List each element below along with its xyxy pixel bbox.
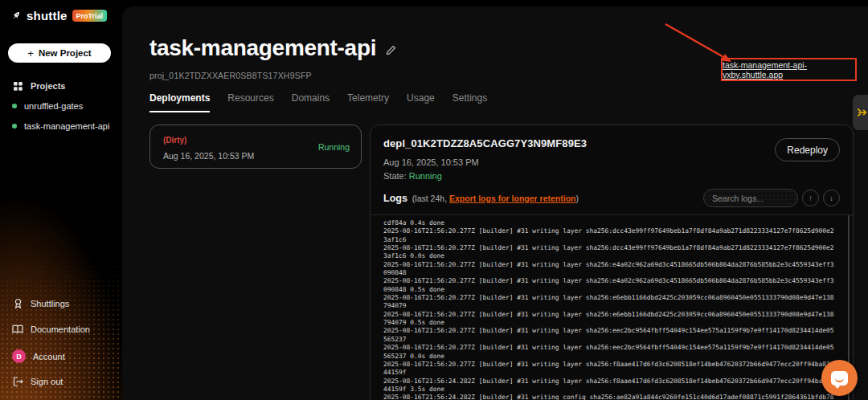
deployment-state: Running [318,142,350,152]
chat-icon [831,371,848,386]
sidebar-project-unruffled-gates[interactable]: unruffled-gates [12,101,83,111]
log-output[interactable]: cdf84a 0.4s done 2025-08-16T21:56:20.277… [371,215,836,400]
logs-header-row: Logs (last 24h, Export logs for longer r… [383,189,840,207]
log-line: 2025-08-16T21:56:20.277Z [builder] #31 w… [383,244,836,261]
log-line: 2025-08-16T21:56:20.277Z [builder] #31 w… [383,327,836,344]
search-logs-input[interactable] [703,189,798,207]
sidebar-item-documentation[interactable]: Documentation [12,324,90,334]
log-line: cdf84a 0.4s done [383,219,836,227]
logs-label: Logs [383,193,407,204]
app-url-link[interactable]: task-management-api-vxby.shuttle.app [723,60,855,80]
state-label: State: [383,171,407,181]
log-line: 2025-08-16T21:56:24.282Z [builder] #31 w… [383,394,836,400]
chat-launcher-button[interactable] [821,360,858,396]
logs-note-suffix: ) [575,194,579,203]
account-avatar: D [12,349,26,363]
log-line: 2025-08-16T21:56:20.277Z [builder] #31 w… [383,311,836,328]
plus-icon: + [27,47,34,59]
log-line: 2025-08-16T21:56:20.277Z [builder] #31 w… [383,261,836,278]
scroll-bottom-button[interactable]: ↓ [823,190,840,206]
log-line: 2025-08-16T21:56:20.277Z [builder] #31 w… [383,344,836,361]
deployment-date: Aug 16, 2025, 10:53 PM [163,151,254,161]
app-url-annotation-box: task-management-api-vxby.shuttle.app [721,58,857,81]
deployment-list-item[interactable]: (Dirty) Aug 16, 2025, 10:53 PM Running [149,124,362,169]
brand: shuttle ProTrial [10,8,107,23]
tab-settings[interactable]: Settings [452,92,487,112]
protrial-badge: ProTrial [72,10,108,22]
sidebar-item-account[interactable]: D Account [12,349,65,363]
logs-tools: ↑ ↓ [703,189,840,207]
logs-note-prefix: (last 24h, [412,194,449,203]
log-line: 2025-08-16T21:56:20.277Z [builder] #31 w… [383,277,836,294]
project-name: unruffled-gates [24,101,83,111]
status-dot [12,104,17,108]
project-tabs: Deployments Resources Domains Telemetry … [149,92,487,112]
sign-out-icon [12,377,23,386]
scroll-top-button[interactable]: ↑ [802,190,819,206]
deployment-detail-state: State: Running [383,171,840,181]
shuttle-console: shuttle ProTrial + New Project Projects … [0,0,868,400]
deployment-id: depl_01K2TDZZ8A5CAGG7Y3N9MF89E3 [383,137,840,149]
sidebar-item-projects[interactable]: Projects [12,81,65,91]
rocket-logo-icon [10,8,22,23]
tab-telemetry[interactable]: Telemetry [347,92,389,112]
tab-deployments[interactable]: Deployments [149,92,210,112]
deployment-detail-date: Aug 16, 2025, 10:53 PM [383,157,840,167]
sidebar-item-shuttlings[interactable]: Shuttlings [12,298,69,309]
tab-domains[interactable]: Domains [292,92,330,112]
new-project-label: New Project [39,48,92,58]
page-title-row: task-management-api [149,35,396,61]
export-logs-link[interactable]: Export logs for longer retention [449,194,576,203]
page-title: task-management-api [149,35,376,61]
documentation-label: Documentation [31,324,90,334]
project-id: proj_01K2TDZXXAER0SB8TS17XH9SFP [149,71,312,80]
edit-title-icon[interactable] [386,45,396,55]
projects-label: Projects [31,81,65,91]
log-line: 2025-08-16T21:56:20.277Z [builder] #31 w… [383,361,836,378]
signout-label: Sign out [31,377,63,386]
status-dot [12,124,17,129]
book-icon [12,324,23,334]
medal-icon [12,298,23,309]
logs-note: (last 24h, Export logs for longer retent… [412,194,579,203]
account-label: Account [33,352,65,361]
grid-icon [12,82,23,91]
log-line: 2025-08-16T21:56:20.277Z [builder] #31 w… [383,294,836,311]
sidebar: shuttle ProTrial + New Project Projects … [0,0,122,400]
deployment-detail-card: depl_01K2TDZZ8A5CAGG7Y3N9MF89E3 Redeploy… [370,124,854,400]
log-line: 2025-08-16T21:56:24.282Z [builder] #31 w… [383,378,836,394]
tab-resources[interactable]: Resources [227,92,273,112]
dirty-badge: (Dirty) [163,136,186,145]
sidebar-project-task-management-api[interactable]: task-management-api [12,121,109,131]
state-value: Running [409,171,442,181]
main-panel: task-management-api proj_01K2TDZXXAER0SB… [122,6,868,400]
redeploy-button[interactable]: Redeploy [775,138,840,161]
new-project-button[interactable]: + New Project [8,43,111,63]
sparkle-arrow-icon [857,107,868,118]
project-name: task-management-api [24,121,109,131]
tab-usage[interactable]: Usage [407,92,435,112]
log-line: 2025-08-16T21:56:20.277Z [builder] #31 w… [383,227,836,244]
shuttlings-label: Shuttlings [31,299,69,308]
brand-name: shuttle [27,9,68,22]
whats-new-widget[interactable] [853,95,868,130]
sidebar-item-signout[interactable]: Sign out [12,377,63,386]
